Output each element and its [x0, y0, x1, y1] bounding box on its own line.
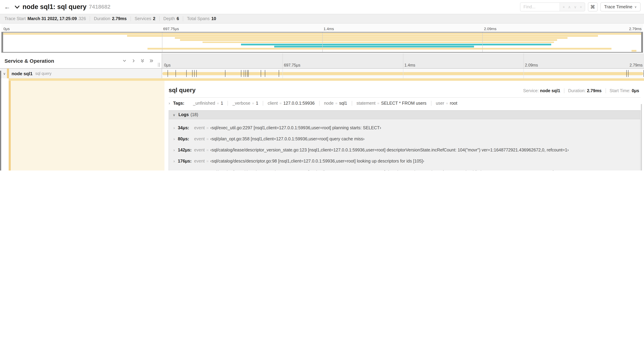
tree-controls	[122, 59, 154, 63]
minimap-left-scrubber[interactable]	[2, 33, 3, 52]
equals-sign: =	[252, 101, 254, 105]
service-color-strip	[9, 78, 11, 171]
tags-list: _unfinished=1_verbose=1client=127.0.0.1:…	[188, 101, 462, 106]
log-row[interactable]: ›142μs:event=‹sql/catalog/lease/descript…	[169, 145, 640, 156]
log-tick-mark	[196, 70, 197, 77]
expand-all-icon[interactable]	[149, 59, 154, 63]
operation-name: sql query	[35, 71, 52, 76]
equals-sign: =	[206, 170, 208, 171]
log-tick-mark	[225, 70, 225, 77]
clear-search-icon[interactable]: ×	[580, 5, 582, 9]
log-tick-mark	[628, 70, 628, 77]
find-input[interactable]	[520, 3, 560, 11]
find-group: ⌖ ∧ ∨ ×	[520, 3, 585, 12]
gridline	[524, 69, 524, 78]
prev-match-icon[interactable]: ∧	[568, 5, 571, 9]
locate-icon[interactable]: ⌖	[563, 5, 565, 9]
expand-one-icon[interactable]	[131, 59, 136, 63]
stat-value: 6	[176, 16, 179, 21]
logs-label: Logs	[178, 112, 189, 117]
minimap-axis-labels: 0μs697.75μs1.4ms2.09ms2.79ms	[2, 24, 643, 32]
tag-key: _unfinished	[193, 101, 215, 106]
log-field-value: ‹sql/catalog/descs/descriptor.go:98 [nsq…	[210, 159, 424, 164]
tag-item[interactable]: node=sql1	[319, 101, 352, 106]
minimap-right-scrubber[interactable]	[641, 33, 642, 52]
next-match-icon[interactable]: ∨	[574, 5, 577, 9]
trace-stats-bar: Trace StartMarch 31 2022, 17:25:09.326Du…	[0, 14, 644, 24]
find-controls: ⌖ ∧ ∨ ×	[560, 3, 585, 11]
log-tick-mark	[248, 70, 249, 77]
span-collapse-chevron-icon[interactable]: ∨	[3, 72, 6, 75]
back-button[interactable]: ←	[2, 2, 12, 12]
span-summary: Service: node sql1Duration: 2.79msStart …	[519, 88, 640, 93]
stat-suffix: .326	[78, 16, 86, 21]
trace-id-short: 7418682	[89, 4, 110, 10]
keyboard-shortcuts-button[interactable]: ⌘	[588, 3, 598, 12]
tag-item[interactable]: _verbose=1	[228, 101, 263, 106]
logs-count: (18)	[190, 112, 198, 117]
tag-value: 127.0.0.1:59936	[284, 101, 315, 106]
chevron-right-icon: ›	[174, 137, 175, 141]
collapse-one-icon[interactable]	[122, 59, 127, 63]
tag-item[interactable]: user=root	[431, 101, 462, 106]
log-row[interactable]: ›189μs:event=‹sql/catalog/lease/descript…	[169, 167, 640, 171]
summary-value: node sql1	[540, 88, 560, 93]
view-select-button[interactable]: Trace Timeline ∨	[600, 3, 640, 12]
axis-tick-label: 1.4ms	[324, 27, 334, 31]
summary-label: Duration:	[568, 88, 586, 93]
collapse-all-icon[interactable]	[140, 59, 145, 63]
minimap-span-bar	[631, 50, 636, 52]
log-field-key: event	[194, 159, 205, 164]
minimap-span-bar	[180, 39, 557, 41]
column-resizer-handle[interactable]	[157, 63, 160, 67]
divider	[168, 97, 640, 98]
stat-value: 2	[153, 16, 156, 21]
tags-row[interactable]: › Tags: _unfinished=1_verbose=1client=12…	[168, 101, 644, 106]
minimap-span-bar	[202, 42, 554, 43]
log-row[interactable]: ›80μs:event=‹sql/plan_opt.go:358 [nsql1,…	[169, 133, 640, 145]
axis-tick-label: 2.79ms	[630, 63, 642, 67]
minimap-span-bar	[274, 46, 474, 48]
left-scrollbar[interactable]	[0, 71, 1, 171]
equals-sign: =	[280, 101, 282, 105]
page-header: ← node sql1: sql query 7418682 ⌖ ∧ ∨ × ⌘…	[0, 0, 644, 14]
axis-tick-label: 2.09ms	[484, 27, 496, 31]
summary-value: 0μs	[632, 88, 639, 93]
span-duration-bar[interactable]	[162, 72, 643, 75]
trace-timeline-page: ← node sql1: sql query 7418682 ⌖ ∧ ∨ × ⌘…	[0, 0, 644, 171]
span-row[interactable]: ∨ node sql1 sql query	[0, 69, 644, 78]
trace-stat: Trace StartMarch 31 2022, 17:25:09.326	[1, 16, 90, 21]
detail-scrollbar[interactable]	[641, 104, 642, 171]
trace-collapse-chevron-icon[interactable]	[14, 5, 20, 9]
tag-key: node	[324, 101, 334, 106]
tag-item[interactable]: client=127.0.0.1:59936	[263, 101, 319, 106]
axis-tick-label: 697.75μs	[284, 63, 300, 67]
chevron-right-icon: ›	[174, 126, 175, 130]
tag-item[interactable]: _unfinished=1	[188, 101, 228, 106]
minimap-canvas[interactable]	[2, 32, 643, 53]
tag-key: user	[436, 101, 444, 106]
log-tick-mark	[246, 70, 246, 77]
span-detail-row: sql query Service: node sql1Duration: 2.…	[0, 78, 644, 171]
log-row[interactable]: ›34μs:event=‹sql/exec_util.go:2297 [nsql…	[169, 122, 640, 133]
log-tick-mark	[168, 70, 168, 77]
summary-value: 2.79ms	[587, 88, 602, 93]
log-tick-mark	[247, 70, 248, 77]
service-operation-header: Service & Operation	[0, 53, 162, 68]
tag-item[interactable]: statement=SELECT * FROM users	[352, 101, 431, 106]
span-detail-panel: sql query Service: node sql1Duration: 2.…	[164, 78, 644, 171]
span-detail-top-accent	[9, 78, 644, 81]
stat-label: Duration	[94, 16, 110, 21]
log-row[interactable]: ›176μs:event=‹sql/catalog/descs/descript…	[169, 156, 640, 167]
chevron-right-icon: ›	[174, 159, 175, 163]
stat-label: Services	[135, 16, 151, 21]
span-row-bar-column[interactable]	[162, 69, 644, 78]
gridline	[162, 33, 162, 52]
trace-title: node sql1: sql query	[22, 3, 86, 11]
logs-header[interactable]: ∨ Logs (18)	[169, 111, 640, 119]
logs-section: ∨ Logs (18) ›34μs:event=‹sql/exec_util.g…	[168, 110, 640, 171]
tag-key: client	[268, 101, 278, 106]
axis-tick-label: 2.79ms	[629, 27, 642, 31]
chevron-down-icon: ∨	[634, 5, 637, 9]
stat-value: 2.79ms	[112, 16, 127, 21]
